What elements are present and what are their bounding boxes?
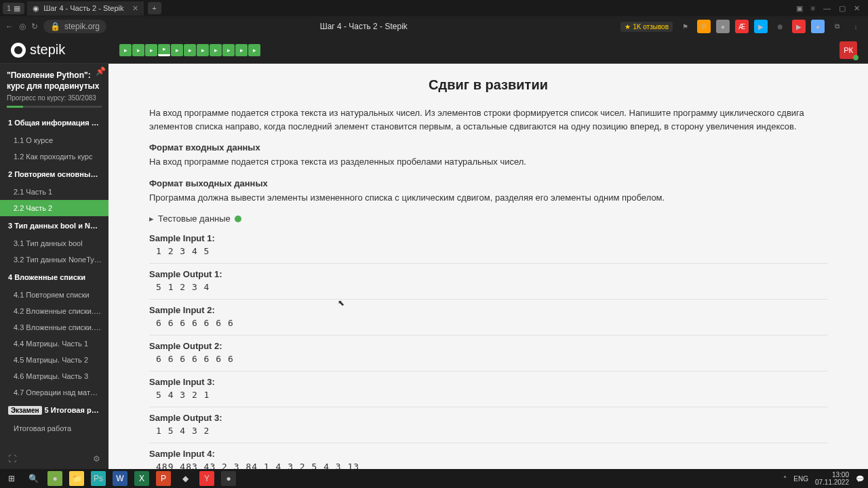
sample-label: Sample Input 2:	[149, 305, 827, 315]
sidebar-section[interactable]: 3 Тип данных bool и None...	[0, 216, 108, 235]
sidebar-item[interactable]: 2.1 Часть 1	[0, 184, 108, 200]
sidebar-section[interactable]: 1 Общая информация о ку...	[0, 113, 108, 132]
triangle-icon: ▸	[149, 214, 154, 224]
ext-3-icon[interactable]: Æ	[735, 20, 749, 33]
url-text: stepik.org	[64, 22, 100, 31]
stepik-logo[interactable]: stepik	[11, 42, 65, 58]
settings-icon[interactable]: ⚙	[93, 454, 100, 464]
yandex-icon[interactable]: Y	[199, 471, 214, 486]
ext-2-icon[interactable]: ●	[716, 20, 730, 33]
sidebar-item[interactable]: 4.2 Вложенные списки. Ча...	[0, 303, 108, 319]
sidebar-item[interactable]: 2.2 Часть 2	[0, 200, 108, 216]
sidebar-section[interactable]: Экзамен5 Итоговая работа...	[0, 401, 108, 420]
sidebar-section[interactable]: 4 Вложенные списки	[0, 268, 108, 287]
sidebar-item[interactable]: 4.4 Матрицы. Часть 1	[0, 336, 108, 352]
window-maximize-icon[interactable]: ▢	[839, 4, 846, 13]
browser-menu-icon[interactable]: ≡	[811, 4, 815, 13]
sample-value: 5 4 3 2 1	[149, 387, 827, 403]
step-9[interactable]: ▸	[222, 44, 235, 56]
sample-value: 1 2 3 4 5	[149, 243, 827, 259]
step-10[interactable]: ▸	[235, 44, 248, 56]
course-sidebar: "Поколение Python": курс для продвинутых…	[0, 64, 108, 469]
word-icon[interactable]: W	[113, 471, 127, 486]
ext-5-icon[interactable]: ⊕	[773, 20, 787, 33]
sample-label: Sample Input 3:	[149, 377, 827, 387]
user-avatar[interactable]: РК	[840, 41, 857, 59]
shield-icon[interactable]: ◎	[19, 22, 26, 31]
sidebar-item[interactable]: 1.1 О курсе	[0, 132, 108, 148]
photoshop-icon[interactable]: Ps	[91, 471, 106, 486]
step-1[interactable]: ▸	[119, 44, 132, 56]
step-8[interactable]: ▸	[210, 44, 222, 56]
ext-7-icon[interactable]: ●	[811, 20, 825, 33]
notifications-icon[interactable]: 💬	[856, 475, 864, 483]
ext-4-icon[interactable]: ▶	[754, 20, 768, 33]
tab-counter[interactable]: 1 ▦	[3, 3, 24, 14]
sidebar-item[interactable]: 4.1 Повторяем списки	[0, 287, 108, 303]
sample-block: Sample Input 1:1 2 3 4 5	[149, 233, 827, 264]
new-tab-button[interactable]: +	[148, 2, 161, 14]
sidebar-item[interactable]: 4.3 Вложенные списки. Ча...	[0, 319, 108, 336]
window-minimize-icon[interactable]: —	[823, 4, 831, 13]
clock[interactable]: 13:00 07.11.2022	[815, 471, 849, 486]
step-3[interactable]: ▸	[145, 44, 157, 56]
lesson-title: Сдвиг в развитии	[149, 77, 827, 93]
bookmark-icon[interactable]: ⚑	[678, 20, 692, 33]
sidebar-item[interactable]: 3.1 Тип данных bool	[0, 235, 108, 251]
app-1-icon[interactable]: ●	[47, 471, 62, 486]
extensions-icon[interactable]: ⧉	[830, 20, 844, 33]
app-2-icon[interactable]: ◆	[178, 471, 193, 486]
sample-block: Sample Input 3:5 4 3 2 1	[149, 377, 827, 407]
explorer-icon[interactable]: 📁	[69, 471, 84, 486]
step-11[interactable]: ▸	[248, 44, 260, 56]
sidebar-item[interactable]: 4.5 Матрицы. Часть 2	[0, 352, 108, 368]
active-tab[interactable]: ◉ Шаг 4 - Часть 2 - Stepik ✕	[27, 1, 143, 16]
close-tab-icon[interactable]: ✕	[132, 4, 138, 13]
ext-6-icon[interactable]: ▶	[792, 20, 806, 33]
back-icon[interactable]: ←	[5, 22, 14, 31]
sidebar-item[interactable]: 4.7 Операции над матрица...	[0, 384, 108, 401]
step-navigation: ▸ ▸ ▸ ▸ ▸ ▸ ▸ ▸ ▸ ▸ ▸	[119, 44, 260, 56]
output-format-text: Программа должна вывести элементы измене…	[149, 191, 827, 205]
step-7[interactable]: ▸	[197, 44, 209, 56]
search-icon[interactable]: 🔍	[26, 471, 41, 486]
sidebar-item[interactable]: 3.2 Тип данных NoneType	[0, 251, 108, 268]
sidebar-item[interactable]: 4.6 Матрицы. Часть 3	[0, 368, 108, 384]
browser-panel-icon[interactable]: ▣	[796, 4, 803, 13]
fullscreen-icon[interactable]: ⛶	[8, 454, 16, 464]
language-indicator[interactable]: ENG	[793, 475, 808, 483]
sample-value: 1 5 4 3 2	[149, 423, 827, 439]
sidebar-item[interactable]: Итоговая работа	[0, 420, 108, 436]
tray-chevron-icon[interactable]: ˄	[783, 475, 787, 483]
sample-value: 6 6 6 6 6 6 6	[149, 351, 827, 367]
url-input[interactable]: 🔒 stepik.org	[43, 20, 106, 33]
step-6[interactable]: ▸	[184, 44, 196, 56]
downloads-icon[interactable]: ↓	[849, 20, 863, 33]
course-title: "Поколение Python": курс для продвинутых…	[0, 64, 108, 94]
ext-1-icon[interactable]: Я	[697, 20, 711, 33]
step-4[interactable]: ▸	[158, 44, 170, 56]
sidebar-section[interactable]: 2 Повторяем основные ко...	[0, 165, 108, 184]
sample-label: Sample Output 3:	[149, 413, 827, 423]
powerpoint-icon[interactable]: P	[156, 471, 171, 486]
app-3-icon[interactable]: ●	[221, 471, 236, 486]
step-2[interactable]: ▸	[132, 44, 144, 56]
sidebar-item[interactable]: 1.2 Как проходить курс	[0, 148, 108, 165]
time-text: 13:00	[815, 471, 849, 479]
step-5[interactable]: ▸	[171, 44, 183, 56]
browser-urlbar: ← ◎ ↻ 🔒 stepik.org Шаг 4 - Часть 2 - Ste…	[0, 16, 868, 37]
sample-block: Sample Output 2:6 6 6 6 6 6 6	[149, 341, 827, 371]
window-close-icon[interactable]: ✕	[854, 4, 860, 13]
excel-icon[interactable]: X	[134, 471, 149, 486]
test-data-toggle[interactable]: ▸ Тестовые данные	[149, 214, 827, 224]
pin-icon[interactable]: 📌	[96, 66, 106, 77]
windows-taskbar: ⊞ 🔍 ● 📁 Ps W X P ◆ Y ● ˄ ENG 13:00 07.11…	[0, 469, 868, 488]
reload-icon[interactable]: ↻	[31, 22, 38, 31]
page-title-center: Шаг 4 - Часть 2 - Stepik	[112, 22, 615, 31]
sample-value: 489 483 43 2 3 84 1 4 3 2 5 4 3 13	[149, 459, 827, 469]
sample-value: 5 1 2 3 4	[149, 279, 827, 295]
logo-icon	[11, 43, 26, 58]
rating-badge[interactable]: ★ 1K отзывов	[620, 22, 673, 32]
sample-label: Sample Input 4:	[149, 449, 827, 459]
start-icon[interactable]: ⊞	[4, 471, 19, 486]
